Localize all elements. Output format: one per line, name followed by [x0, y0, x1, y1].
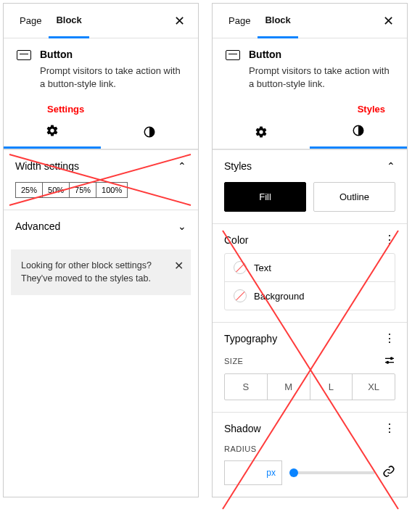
style-fill-button[interactable]: Fill: [224, 182, 306, 212]
size-option[interactable]: L: [310, 374, 353, 400]
radius-slider[interactable]: [289, 471, 375, 474]
block-info: Button Prompt visitors to take action wi…: [213, 38, 407, 104]
width-options: 25% 50% 75% 100%: [15, 182, 186, 198]
tab-block[interactable]: Block: [258, 4, 297, 38]
moved-notice: Looking for other block settings? They'v…: [11, 249, 191, 295]
block-title: Button: [249, 49, 394, 60]
svg-point-5: [390, 357, 392, 360]
styles-toggle[interactable]: Styles ⌃: [213, 150, 407, 182]
chevron-down-icon: ⌄: [178, 220, 186, 232]
color-section: Color ⋮ Text Background: [213, 223, 407, 310]
link-sides-icon[interactable]: [382, 465, 395, 481]
block-description: Prompt visitors to take action with a bu…: [40, 65, 185, 91]
dismiss-notice-icon[interactable]: ✕: [174, 258, 184, 274]
width-option[interactable]: 50%: [42, 182, 70, 198]
settings-panel: Page Block ✕ Button Prompt visitors to t…: [3, 3, 199, 497]
unit-label: px: [266, 468, 276, 478]
tab-settings[interactable]: [4, 117, 101, 149]
close-icon[interactable]: ✕: [379, 10, 398, 32]
tab-page[interactable]: Page: [12, 4, 49, 38]
width-option[interactable]: 75%: [69, 182, 96, 198]
contrast-icon: [143, 125, 156, 141]
styles-panel: Page Block ✕ Button Prompt visitors to t…: [212, 3, 408, 497]
sliders-icon[interactable]: [384, 355, 395, 368]
tab-styles[interactable]: [101, 117, 198, 149]
tab-styles[interactable]: [310, 117, 407, 149]
swatch-icon: [234, 289, 247, 302]
advanced-section: Advanced ⌄: [4, 210, 198, 242]
button-block-icon: [226, 50, 240, 60]
annotation-settings: Settings: [4, 104, 198, 117]
radius-label: RADIUS: [213, 442, 407, 458]
size-option[interactable]: S: [225, 374, 267, 400]
size-label: SIZE: [224, 357, 243, 365]
slider-thumb-icon: [289, 468, 298, 477]
styles-section: Styles ⌃ Fill Outline: [213, 149, 407, 223]
block-description: Prompt visitors to take action with a bu…: [249, 65, 394, 91]
kebab-menu-icon[interactable]: ⋮: [384, 425, 395, 432]
color-label: Background: [254, 291, 304, 302]
size-option[interactable]: XL: [352, 374, 395, 400]
shadow-section: Shadow ⋮ RADIUS px: [213, 412, 407, 497]
tab-settings[interactable]: [213, 117, 310, 149]
settings-styles-tabs: [4, 117, 198, 149]
section-title: Advanced: [15, 220, 60, 232]
advanced-toggle[interactable]: Advanced ⌄: [4, 210, 198, 242]
size-option[interactable]: M: [267, 374, 310, 400]
width-option[interactable]: 25%: [15, 182, 43, 198]
section-title: Width settings: [15, 160, 79, 172]
radius-input[interactable]: px: [224, 460, 282, 485]
section-title: Styles: [224, 160, 252, 172]
annotation-styles: Styles: [213, 104, 407, 117]
color-text-row[interactable]: Text: [225, 254, 395, 281]
section-title: Color: [224, 234, 248, 246]
tab-page[interactable]: Page: [221, 4, 258, 38]
tab-block[interactable]: Block: [49, 4, 88, 38]
width-option[interactable]: 100%: [96, 182, 128, 198]
width-settings-section: Width settings ⌃ 25% 50% 75% 100%: [4, 149, 198, 210]
gear-icon: [255, 125, 268, 141]
width-settings-toggle[interactable]: Width settings ⌃: [4, 150, 198, 182]
svg-point-7: [387, 362, 389, 364]
close-icon[interactable]: ✕: [170, 10, 189, 32]
inspector-tabs: Page Block ✕: [213, 4, 407, 38]
chevron-up-icon: ⌃: [387, 160, 395, 172]
swatch-icon: [234, 261, 247, 274]
block-title: Button: [40, 49, 185, 60]
button-block-icon: [17, 50, 31, 60]
gear-icon: [46, 124, 59, 140]
typography-section: Typography ⋮ SIZE S M L XL: [213, 322, 407, 400]
kebab-menu-icon[interactable]: ⋮: [384, 335, 395, 342]
block-info: Button Prompt visitors to take action wi…: [4, 38, 198, 104]
font-size-options: S M L XL: [224, 373, 395, 400]
color-label: Text: [254, 262, 271, 273]
chevron-up-icon: ⌃: [178, 160, 186, 172]
inspector-tabs: Page Block ✕: [4, 4, 198, 38]
style-outline-button[interactable]: Outline: [313, 182, 395, 212]
contrast-icon: [352, 124, 365, 140]
section-title: Typography: [224, 333, 277, 344]
kebab-menu-icon[interactable]: ⋮: [384, 236, 395, 244]
color-background-row[interactable]: Background: [225, 281, 395, 310]
settings-styles-tabs: [213, 117, 407, 149]
section-title: Shadow: [224, 423, 261, 434]
notice-text: Looking for other block settings? They'v…: [21, 260, 152, 284]
